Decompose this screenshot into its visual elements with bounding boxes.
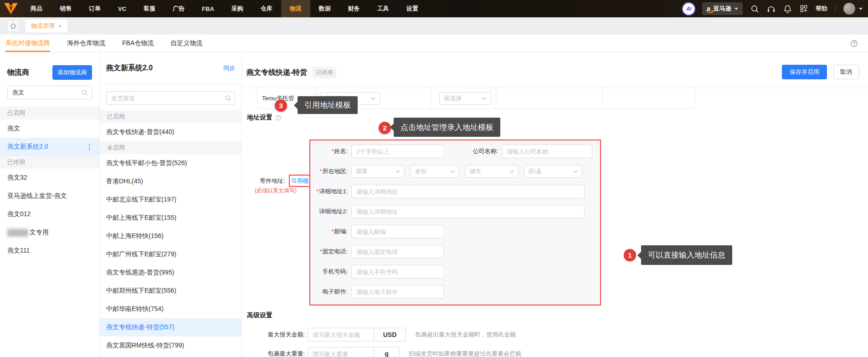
address2-label: 详细地址2 — [310, 207, 351, 216]
telephone-input[interactable] — [351, 245, 444, 259]
channel-item-selected[interactable]: 燕文专线快递-特货(557) — [100, 318, 241, 336]
channel-search-box — [106, 91, 235, 105]
divider — [835, 5, 836, 12]
brand-fox-logo-icon[interactable] — [0, 0, 22, 17]
navbar-right-cluster: AI a 亚马逊 帮助 — [683, 0, 863, 17]
chevron-down-icon — [509, 170, 514, 173]
channel-item[interactable]: 燕文英国RM快线-特货(799) — [100, 336, 241, 355]
nav-item-settings[interactable]: 设置 — [398, 0, 427, 17]
chevron-down-icon — [482, 97, 487, 100]
form-row-email: 电子邮件 — [310, 282, 600, 302]
city-select[interactable]: 城市 — [465, 165, 519, 178]
name-input[interactable] — [351, 145, 444, 158]
email-input[interactable] — [351, 285, 444, 299]
channel-item[interactable]: 燕文专线惠选-普货(995) — [100, 264, 241, 282]
provider-item[interactable]: 亚马逊线上发货-燕文 — [0, 187, 99, 205]
search-icon[interactable] — [750, 5, 759, 13]
nav-item-purchase[interactable]: 采购 — [223, 0, 252, 17]
form-row-mobile: 手机号码 — [310, 262, 600, 282]
chevron-down-icon — [859, 8, 863, 10]
nav-item-tools[interactable]: 工具 — [369, 0, 398, 17]
address-section-title: 地址设置 — [247, 114, 272, 122]
channel-item[interactable]: 燕文专线平邮小包-普货(526) — [100, 154, 241, 172]
tab-logistics-management[interactable]: 物流管理 × — [26, 20, 67, 32]
page-title: 燕文专线快递-特货 — [247, 68, 307, 78]
save-and-enable-button[interactable]: 保存并启用 — [782, 65, 827, 79]
nav-item-products[interactable]: 商品 — [22, 0, 51, 17]
annotation-step-3-tooltip: 引用地址模板 — [298, 96, 358, 114]
cancel-button[interactable]: 取消 — [833, 65, 859, 79]
region-label: 所在地区 — [310, 167, 351, 176]
provider-item[interactable]: 燕文111 — [0, 242, 99, 260]
help-link[interactable]: 帮助 — [816, 5, 827, 13]
marketplace-selector[interactable]: a 亚马逊 — [702, 2, 743, 15]
main-menu: 商品 销售 订单 VC 客服 广告 FBA 采购 仓库 物流 数据 财务 工具 … — [22, 0, 427, 17]
sync-link[interactable]: 同步 — [223, 64, 235, 72]
channel-item[interactable]: 中邮上海线下E邮宝(155) — [100, 209, 241, 227]
subnav-custom-logistics[interactable]: 自定义物流 — [170, 35, 202, 52]
channel-search-input[interactable] — [111, 95, 225, 102]
subnav-overseas-warehouse[interactable]: 海外仓库物流 — [67, 35, 105, 52]
channel-item[interactable]: 中邮郑州线下E邮宝(556) — [100, 282, 241, 300]
nav-item-warehouse[interactable]: 仓库 — [252, 0, 281, 17]
weight-unit: g — [374, 347, 400, 357]
province-select[interactable]: 省份 — [410, 165, 459, 178]
nav-item-vc[interactable]: VC — [109, 0, 135, 17]
company-input[interactable] — [502, 145, 592, 158]
nav-item-fba[interactable]: FBA — [193, 0, 223, 17]
zip-input[interactable] — [351, 225, 444, 238]
channel-item[interactable]: 香港DHL(45) — [100, 172, 241, 191]
subnav-fba-logistics[interactable]: FBA仓物流 — [122, 35, 154, 52]
form-row-name: 姓名 公司名称 — [310, 141, 600, 161]
nav-item-ads[interactable]: 广告 — [164, 0, 193, 17]
nav-item-data[interactable]: 数据 — [310, 0, 339, 17]
search-icon[interactable] — [82, 89, 88, 96]
notification-bell-icon[interactable] — [783, 5, 792, 13]
status-badge: 已停用 — [313, 67, 336, 78]
user-account-menu[interactable] — [843, 3, 863, 15]
search-icon[interactable] — [225, 95, 231, 101]
channel-item[interactable]: 中邮华南E特快(754) — [100, 300, 241, 318]
mobile-input[interactable] — [351, 265, 444, 279]
max-declare-input[interactable] — [308, 328, 374, 341]
nav-item-sales[interactable]: 销售 — [51, 0, 80, 17]
annotation-step-2-tooltip: 点击地址管理录入地址模板 — [394, 118, 500, 137]
question-circle-icon[interactable] — [275, 114, 282, 121]
home-tab[interactable] — [7, 20, 19, 32]
address1-input[interactable] — [351, 185, 585, 198]
close-icon[interactable]: × — [58, 23, 62, 30]
provider-list: 已启用 燕文 燕文新系统2.0 ⋮ 已停用 燕文32 亚马逊线上发货-燕文 燕文… — [0, 107, 99, 260]
headset-icon[interactable] — [767, 5, 776, 13]
config-select-2[interactable]: 请选择 — [439, 92, 491, 105]
ai-assistant-button[interactable]: AI — [683, 3, 694, 15]
country-select[interactable]: 国家 — [351, 165, 405, 178]
nav-item-finance[interactable]: 财务 — [339, 0, 369, 17]
provider-item[interactable]: 燕文 — [0, 119, 99, 138]
more-menu-icon[interactable]: ⋮ — [86, 143, 93, 151]
form-row-zip: 邮编 — [310, 222, 600, 242]
select-placeholder: 区/县 — [529, 167, 542, 176]
provider-item[interactable]: 燕文32 — [0, 169, 99, 187]
provider-search-input[interactable] — [12, 89, 82, 96]
apps-grid-icon[interactable] — [800, 5, 808, 13]
district-select[interactable]: 区/县 — [524, 165, 582, 178]
channel-item[interactable]: 燕文专线快递-普货(440) — [100, 123, 241, 141]
zip-label: 邮编 — [310, 228, 351, 236]
channel-item[interactable]: 中邮北京线下E邮宝(197) — [100, 191, 241, 209]
provider-item-selected[interactable]: 燕文新系统2.0 ⋮ — [0, 138, 99, 156]
channel-item[interactable]: 中邮上海E特快(156) — [100, 227, 241, 245]
nav-item-orders[interactable]: 订单 — [80, 0, 109, 17]
subnav-system-carriers[interactable]: 系统对接物流商 — [5, 35, 50, 52]
provider-item-censored[interactable]: 文专用 — [0, 223, 99, 242]
nav-item-logistics-active[interactable]: 物流 — [281, 0, 310, 17]
annotation-step-3-badge: 3 — [275, 99, 287, 112]
top-navbar: 商品 销售 订单 VC 客服 广告 FBA 采购 仓库 物流 数据 财务 工具 … — [0, 0, 868, 17]
provider-item[interactable]: 燕文012 — [0, 205, 99, 223]
question-circle-icon[interactable] — [850, 40, 858, 47]
channel-item[interactable]: 中邮广州线下E邮宝(279) — [100, 245, 241, 264]
address2-input[interactable] — [351, 205, 585, 218]
max-weight-input[interactable] — [308, 347, 374, 357]
nav-item-service[interactable]: 客服 — [135, 0, 164, 17]
annotation-step-2-badge: 2 — [379, 122, 391, 134]
add-provider-button[interactable]: 添加物流商 — [52, 65, 92, 80]
